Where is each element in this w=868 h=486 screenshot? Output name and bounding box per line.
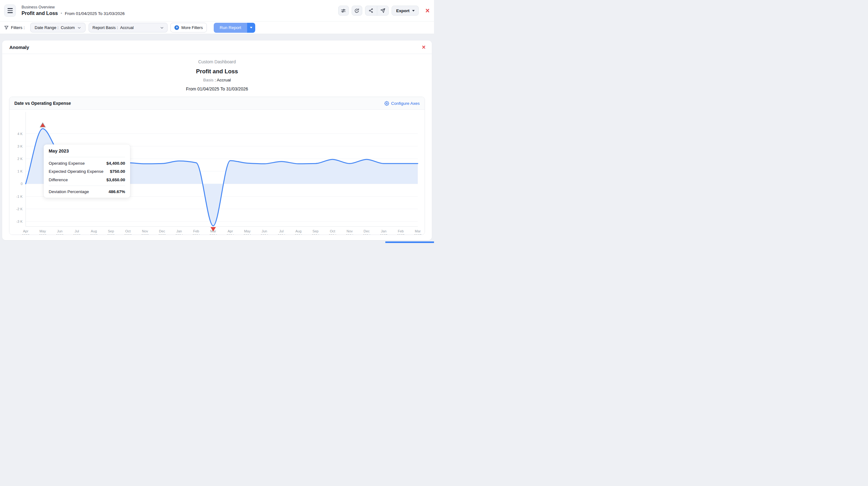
svg-text:May: May [40, 229, 46, 233]
svg-text:2023: 2023 [107, 234, 115, 235]
anomaly-marker-up [40, 123, 45, 127]
svg-text:Jan: Jan [381, 229, 386, 233]
svg-text:2023: 2023 [56, 234, 63, 235]
configure-axes-label: Configure Axes [391, 101, 420, 106]
svg-text:2024: 2024 [294, 234, 302, 235]
chevron-down-icon [78, 26, 81, 30]
svg-text:-3 K: -3 K [16, 220, 23, 223]
gear-icon [384, 101, 389, 106]
page-content: Anomaly × Custom Dashboard Profit and Lo… [0, 34, 434, 240]
svg-text:-1 K: -1 K [16, 195, 23, 198]
hamburger-icon [7, 8, 13, 9]
svg-text:-2 K: -2 K [16, 207, 23, 211]
svg-text:May: May [244, 229, 251, 233]
filters-label: Filters : [4, 25, 25, 30]
svg-text:Dec: Dec [159, 229, 165, 233]
close-page-button[interactable]: × [426, 7, 430, 14]
svg-text:Jul: Jul [279, 229, 284, 233]
report-basis-label: Report Basis : [92, 25, 118, 30]
export-button[interactable]: Export [392, 6, 419, 15]
sliders-icon [341, 8, 346, 13]
svg-text:2024: 2024 [175, 234, 183, 235]
svg-text:2025: 2025 [414, 234, 422, 235]
plus-circle-icon: + [175, 25, 179, 30]
svg-text:2023: 2023 [124, 234, 132, 235]
svg-text:Oct: Oct [330, 229, 335, 233]
run-report-button[interactable]: Run Report [214, 23, 247, 33]
date-range-dropdown[interactable]: Date Range : Custom [30, 23, 86, 32]
more-filters-button[interactable]: + More Filters [170, 23, 207, 32]
svg-text:2 K: 2 K [18, 157, 23, 161]
svg-text:2023: 2023 [90, 234, 98, 235]
svg-text:2024: 2024 [346, 234, 353, 235]
svg-text:4 K: 4 K [18, 132, 23, 136]
header-date-range: From 01/04/2025 To 31/03/2026 [65, 11, 125, 16]
tooltip-row: Difference $3,650.00 [49, 177, 125, 182]
hamburger-menu-button[interactable] [4, 4, 16, 17]
bottom-scroll-indicator[interactable] [385, 241, 434, 243]
breadcrumb: Business Overview [22, 5, 125, 9]
svg-text:Sep: Sep [312, 229, 318, 233]
filter-bar: Filters : Date Range : Custom Report Bas… [0, 22, 434, 34]
send-button[interactable] [377, 6, 389, 15]
svg-text:2024: 2024 [278, 234, 285, 235]
export-label: Export [396, 8, 410, 13]
svg-text:Jan: Jan [176, 229, 182, 233]
svg-text:Aug: Aug [296, 229, 302, 233]
header-title-block: Business Overview Profit and Loss • From… [22, 5, 125, 16]
date-range-label: Date Range : [35, 25, 59, 30]
svg-text:Aug: Aug [91, 229, 97, 233]
caret-down-icon [412, 10, 415, 11]
svg-text:2025: 2025 [397, 234, 404, 235]
svg-text:2023: 2023 [141, 234, 149, 235]
basis-line: Basis : Accrual [2, 78, 432, 83]
svg-text:Feb: Feb [398, 229, 404, 233]
chart-title: Date vs Operating Expense [14, 101, 71, 106]
date-range-value: Custom [61, 25, 75, 30]
svg-text:2024: 2024 [260, 234, 268, 235]
tooltip-title: May 2023 [49, 149, 125, 157]
report-period: From 01/04/2025 To 31/03/2026 [2, 87, 432, 91]
anomaly-title: Anomaly [9, 44, 29, 50]
basis-label: Basis [203, 78, 213, 83]
anomaly-close-button[interactable]: × [422, 44, 426, 50]
svg-text:1 K: 1 K [18, 169, 23, 173]
more-filters-label: More Filters [181, 25, 203, 30]
tooltip-row: Expected Operating Expense $750.00 [49, 169, 125, 174]
app-header: Business Overview Profit and Loss • From… [0, 0, 434, 22]
share-send-group [365, 6, 389, 15]
svg-text:Nov: Nov [142, 229, 148, 233]
share-nodes-icon [369, 8, 373, 13]
svg-text:2024: 2024 [192, 234, 200, 235]
chart-card-header: Date vs Operating Expense Configure Axes [9, 97, 425, 110]
funnel-icon [4, 25, 9, 30]
configure-axes-link[interactable]: Configure Axes [384, 101, 420, 106]
svg-text:2024: 2024 [226, 234, 234, 235]
customize-button[interactable] [338, 6, 349, 15]
svg-text:2023: 2023 [22, 234, 29, 235]
refresh-clock-icon [354, 8, 360, 13]
svg-text:Nov: Nov [347, 229, 353, 233]
svg-text:Jun: Jun [57, 229, 63, 233]
refresh-history-button[interactable] [352, 6, 362, 15]
anomaly-panel: Anomaly × Custom Dashboard Profit and Lo… [2, 40, 432, 240]
svg-text:3 K: 3 K [18, 144, 23, 148]
svg-text:Sep: Sep [108, 229, 114, 233]
dashboard-label: Custom Dashboard [2, 59, 432, 64]
header-actions: Export × [338, 6, 430, 15]
svg-text:2023: 2023 [158, 234, 166, 235]
svg-text:Feb: Feb [193, 229, 199, 233]
svg-text:Apr: Apr [23, 229, 28, 233]
svg-text:2023: 2023 [39, 234, 46, 235]
report-title: Profit and Loss [2, 68, 432, 75]
chart-tooltip: May 2023 Operating Expense $4,400.00 Exp… [44, 144, 130, 198]
chart-plot-area[interactable]: 4 K3 K2 K1 K0-1 K-2 K-3 KApr2023May2023J… [9, 110, 425, 235]
report-basis-value: Accrual [120, 25, 133, 30]
basis-value: Accrual [217, 78, 231, 83]
run-report-dropdown-toggle[interactable] [247, 23, 255, 33]
caret-down-icon [250, 27, 252, 28]
svg-text:Oct: Oct [125, 229, 131, 233]
tooltip-row: Operating Expense $4,400.00 [49, 161, 125, 166]
share-button[interactable] [365, 6, 377, 15]
report-basis-dropdown[interactable]: Report Basis : Accrual [89, 23, 167, 32]
